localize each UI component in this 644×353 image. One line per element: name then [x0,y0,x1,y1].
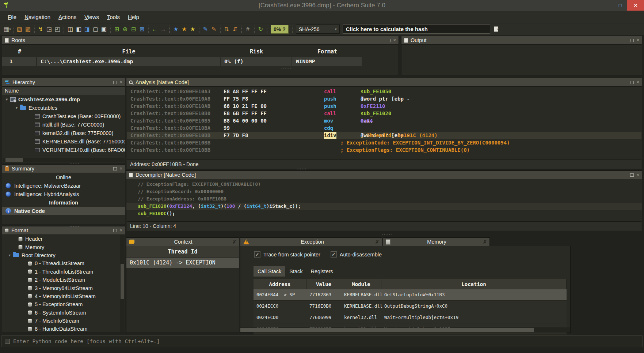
menu-views[interactable]: Views [80,12,103,22]
roots-row-format[interactable]: WINDMP [292,57,362,66]
hash-algorithm-select[interactable]: SHA-256▾ [296,25,340,34]
menu-navigation[interactable]: Navigation [20,12,54,22]
float-panel-icon[interactable] [113,229,117,232]
hierarchy-item-ntdll[interactable]: ntdll.dll (Base: 77CC0000) [2,120,125,129]
load-file-icon[interactable]: ◲ [45,25,53,34]
format-item-memory[interactable]: Memory [2,243,125,251]
annotate-blue-icon[interactable]: ✎ [201,25,210,34]
add-extension-icon[interactable]: ⊞ [113,25,121,34]
close-panel-icon[interactable]: × [636,38,639,42]
menu-file[interactable]: File [4,12,20,22]
tab-call-stack[interactable]: Call Stack [254,266,285,277]
code-line-current[interactable]: sub_FE1020(0xFE2124, (int32_t)(100 / (in… [126,203,642,210]
hash-count-icon[interactable]: # [244,25,252,34]
roots-col-file[interactable]: File [37,47,221,56]
splitter-handle[interactable]: ······ [281,66,291,70]
table-row[interactable]: 0024ECC0 7716E0B0 KERNELBASE.dll OutputD… [254,301,567,312]
disasm-line-selected[interactable]: CrashTest:.text:0x00FE10BBF7 7D F8idivdw… [127,132,641,139]
context-column-header[interactable]: Thread Id [126,246,239,258]
hash-file-caret-icon[interactable]: ▾ [497,27,499,31]
disasm-line[interactable]: CrashTest:.text:0x00FE10BB; ExceptionFla… [127,146,641,154]
save-caret-icon[interactable]: ▾ [9,27,11,31]
disasm-line[interactable]: CrashTest:.text:0x00FE10AB68 10 21 FE 00… [127,102,641,110]
layout-sort-alt-icon[interactable]: ⇵ [231,25,239,34]
roots-col-risk[interactable]: Risk [221,47,292,56]
float-panel-icon[interactable] [113,81,117,84]
hierarchy-item-dump[interactable]: ▾ CrashTest.exe.3996.dmp [2,95,125,104]
hierarchy-column-header[interactable]: Name [2,87,125,95]
reload-icon[interactable]: ↻ [256,25,265,34]
blank-file-icon[interactable]: ▣ [100,25,108,34]
pin-icon[interactable]: ✗ [483,239,487,245]
hierarchy-item-kernel32[interactable]: kernel32.dll (Base: 775F0000) [2,129,125,137]
hierarchy-item-executables[interactable]: ▾ Executables [2,104,125,112]
format-item-miscinfostream[interactable]: 7 - MiscInfoStream [2,317,125,325]
chevron-down-icon[interactable]: ▾ [4,97,9,101]
disasm-line[interactable]: CrashTest:.text:0x00FE10B0E8 6B FF FF FF… [127,110,641,117]
hash-input[interactable] [343,25,490,34]
minimize-button[interactable]: – [599,0,613,11]
splitter-handle[interactable]: ······ [69,224,80,228]
menu-actions[interactable]: Actions [54,12,80,22]
hex-editor-icon[interactable]: ◧ [75,25,83,34]
format-item-systeminfostream[interactable]: 6 - SystemInfoStream [2,309,125,317]
splitter-handle[interactable]: ······ [69,162,80,166]
context-thread-row[interactable]: 0x101C (4124) -> EXCEPTION [126,258,239,268]
tab-stack[interactable]: Stack [285,266,306,277]
pages-icon[interactable]: ◫ [66,25,75,34]
python-input[interactable]: Enter Python code here [focus with Ctrl+… [13,338,160,344]
format-item-root-directory[interactable]: ▾Root Directory [2,251,125,259]
chevron-down-icon[interactable]: ▾ [7,253,12,257]
risk-badge[interactable]: 0% ? [271,25,289,34]
disasm-line[interactable]: CrashTest:.text:0x00FE10B5B8 64 00 00 00… [127,117,641,124]
search-symbols-icon[interactable]: ⊕ [121,25,129,34]
close-button[interactable]: ✕ [627,0,644,11]
bookmark-orange-icon[interactable]: ★ [180,25,188,34]
roots-col-format[interactable]: Format [292,47,362,56]
table-row[interactable]: 0024EB44 -> SP 77162863 KERNELBASE.dll G… [254,289,567,301]
disasm-line[interactable]: CrashTest:.text:0x00FE10A8FF 75 F8pushdw… [127,95,641,102]
close-panel-icon[interactable]: × [119,167,122,170]
float-panel-icon[interactable] [630,173,634,177]
close-panel-icon[interactable]: × [119,80,122,84]
disasm-line[interactable]: CrashTest:.text:0x00FE10BA99cdq [127,124,641,132]
close-panel-icon[interactable]: × [636,173,639,177]
horizontal-scrollbar[interactable] [240,327,570,333]
quick-scan-icon[interactable]: ↯ [37,25,45,34]
code-line[interactable]: // ExceptionFlags: EXCEPTION_CONTINUABLE… [126,181,642,188]
copy-icon[interactable]: ▨ [24,25,32,34]
text-tools-icon[interactable]: ⊠ [138,25,146,34]
roots-row-file[interactable]: C:\...\CrashTest.exe.3996.dmp [37,57,220,66]
splitter-handle[interactable]: ······ [382,233,392,237]
disasm-line[interactable]: CrashTest:.text:0x00FE10A3E8 A8 FF FF FF… [127,88,641,95]
chevron-down-icon[interactable]: ▾ [14,106,19,110]
float-panel-icon[interactable] [387,39,390,42]
disasm-line[interactable]: CrashTest:.text:0x00FE10BB; ExceptionCod… [127,139,641,146]
format-item-exceptionstream[interactable]: 5 - ExceptionStream [2,300,125,308]
table-row[interactable]: 0024ECD0 77606999 kernel32.dll WaitForMu… [254,312,567,323]
format-item-threadinfoliststream[interactable]: 1 - ThreadInfoListStream [2,268,125,276]
format-item-handledatastream[interactable]: 8 - HandleDataStream [2,325,125,333]
hierarchy-item-kernelbase[interactable]: KERNELBASE.dll (Base: 77150000) [2,137,125,146]
paste-icon[interactable]: ▧ [15,25,24,34]
bookmark-blue-icon[interactable]: ★ [172,25,180,34]
float-panel-icon[interactable] [630,81,634,84]
maximize-button[interactable]: □ [613,0,627,11]
new-file-icon[interactable]: ▢ [91,25,100,34]
bookmark-gold-icon[interactable]: ★ [188,25,197,34]
back-icon[interactable]: ← [150,25,159,34]
auto-disassemble-checkbox[interactable]: ✓ [331,251,337,258]
horizontal-scrollbar[interactable] [3,158,125,162]
menu-tools[interactable]: Tools [103,12,124,22]
close-panel-icon[interactable]: × [393,38,396,42]
scrollbar-thumb[interactable] [121,264,124,299]
summary-item-native-code[interactable]: i Native Code [2,207,125,215]
float-panel-icon[interactable] [113,167,117,170]
layout-sort-icon[interactable]: ⇅ [222,25,231,34]
export-icon[interactable]: ⊟ [129,25,138,34]
format-item-memoryinfoliststream[interactable]: 4 - MemoryInfoListStream [2,292,125,300]
vertical-scrollbar[interactable] [120,235,125,332]
roots-col-num[interactable]: # [2,47,37,56]
float-panel-icon[interactable] [630,39,634,42]
close-panel-icon[interactable]: × [636,80,639,84]
